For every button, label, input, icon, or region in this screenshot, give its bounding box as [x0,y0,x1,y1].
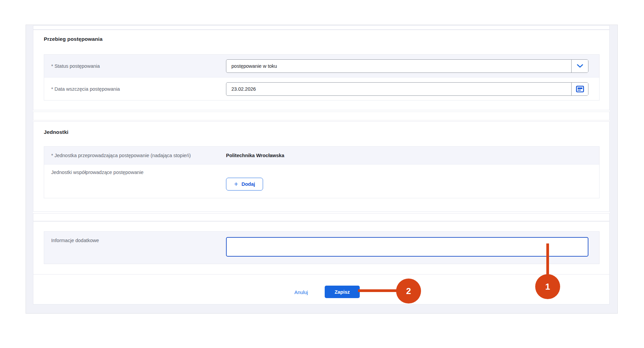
field-row-lead-unit: * Jednostka przeprowadzająca postępowani… [44,147,599,164]
add-unit-button-label: Dodaj [242,181,255,187]
annotation-step-2-number: 2 [406,286,411,296]
field-row-co-units: Jednostki współprowadzące postępowanie +… [44,164,599,198]
annotation-line-1 [546,243,549,277]
section-informacje-dodatkowe: Informacje dodatkowe [33,221,610,274]
additional-info-control-cell [226,232,599,258]
annotation-step-1: 1 [535,274,560,299]
save-button[interactable]: Zapisz [325,286,360,298]
spacer-strip-top [33,25,610,30]
field-row-date: * Data wszczęcia postępowania [44,77,599,100]
form-panel: Przebieg postępowania * Status postępowa… [26,25,618,314]
section-jednostki: Jednostki * Jednostka przeprowadzająca p… [33,121,610,212]
form-column: Przebieg postępowania * Status postępowa… [33,25,610,304]
lead-unit-value-cell: Politechnika Wrocławska [226,152,599,158]
chevron-down-icon [577,64,583,68]
cancel-link[interactable]: Anuluj [294,290,308,295]
status-control-cell [226,59,599,73]
section-title-jednostki: Jednostki [44,129,68,135]
annotation-step-2: 2 [396,279,421,303]
section-actions: Anuluj Zapisz [33,274,610,304]
annotation-step-1-number: 1 [545,282,550,292]
additional-info-textarea[interactable] [226,237,588,257]
status-label: * Status postępowania [44,63,226,69]
date-input-group[interactable] [226,82,588,96]
add-unit-button[interactable]: + Dodaj [226,178,263,191]
date-input[interactable] [226,83,571,95]
units-fields-table: * Jednostka przeprowadzająca postępowani… [44,146,600,198]
section-title-przebieg: Przebieg postępowania [44,36,102,42]
date-label: * Data wszczęcia postępowania [44,86,226,92]
co-units-control-cell: + Dodaj [226,165,599,191]
additional-info-label: Informacje dodatkowe [44,232,226,243]
progress-fields-table: * Status postępowania [44,54,600,100]
select-dropdown-toggle[interactable] [571,60,588,72]
date-picker-button[interactable] [571,83,588,95]
date-control-cell [226,82,599,96]
spacer-strip-1 [33,112,610,120]
field-row-status: * Status postępowania [44,55,599,77]
status-select[interactable] [226,59,588,73]
plus-icon: + [234,180,238,187]
spacer-strip-2 [33,213,610,221]
status-select-value[interactable] [226,60,571,72]
co-units-label: Jednostki współprowadzące postępowanie [44,165,226,175]
lead-unit-value: Politechnika Wrocławska [226,153,284,158]
section-przebieg-postepowania: Przebieg postępowania * Status postępowa… [33,30,610,110]
calendar-icon [576,86,584,92]
field-row-additional-info: Informacje dodatkowe [44,231,600,264]
annotation-line-2 [358,289,398,292]
lead-unit-label: * Jednostka przeprowadzająca postępowani… [44,153,226,158]
